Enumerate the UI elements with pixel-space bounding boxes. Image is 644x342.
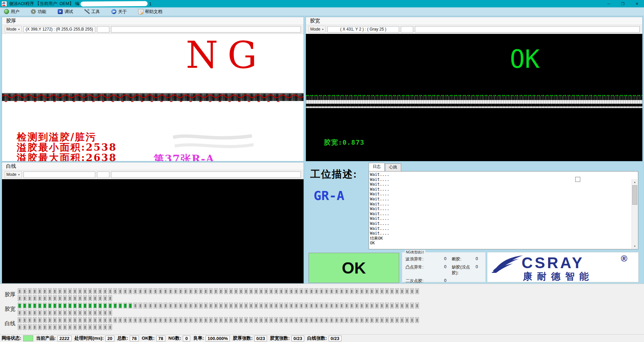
frame-cell-empty bbox=[154, 288, 157, 294]
frame-cell-empty bbox=[43, 310, 47, 315]
frame-cell-empty bbox=[340, 288, 343, 294]
white-line-info-field[interactable] bbox=[111, 172, 301, 178]
titlebar: 侧涂AOI程序 【当前用户: OEM】 编 1 ─ ❐ ✕ bbox=[0, 0, 644, 7]
maximize-button[interactable]: ❐ bbox=[616, 0, 630, 7]
frame-cell-empty bbox=[139, 317, 142, 323]
white-line-coords-field[interactable] bbox=[23, 172, 95, 178]
menu-item-debug[interactable]: 调试 bbox=[56, 8, 74, 15]
panel-glue-width-title: 胶宽 bbox=[306, 17, 642, 25]
ng-stat-label: 凸点异常: bbox=[406, 264, 423, 276]
glue-width-small-field[interactable] bbox=[401, 26, 413, 33]
glue-width-info-field[interactable] bbox=[415, 26, 640, 33]
log-line: Wait.... bbox=[370, 177, 631, 182]
frame-cell-empty bbox=[154, 317, 157, 323]
frame-cell-empty bbox=[330, 317, 333, 323]
ng-stat-item: 缺胶(没点胶):0 bbox=[452, 264, 483, 276]
glue-width-coords-field[interactable]: ( X 431, Y 2 ) : ( Gray 25 ) bbox=[327, 26, 399, 33]
glue-thickness-small-field[interactable] bbox=[97, 26, 109, 33]
frame-cell-empty bbox=[410, 303, 414, 308]
status-value: 0/23 bbox=[329, 336, 341, 341]
glue-gap-band bbox=[306, 104, 642, 106]
frame-cell-empty bbox=[88, 295, 92, 301]
frame-cell-empty bbox=[365, 317, 369, 323]
glue-width-measure-text: 胶宽:0.873 bbox=[324, 138, 364, 147]
glue-thickness-coords-field[interactable]: (X 398,Y 1272) : (R 255,G 255,B 255) bbox=[23, 26, 95, 33]
glue-thickness-info-field[interactable] bbox=[111, 26, 301, 33]
panel-glue-width: 胶宽 Mode ▼ ( X 431, Y 2 ) : ( Gray 25 ) O… bbox=[306, 17, 643, 161]
frame-cell-empty bbox=[284, 288, 288, 294]
scroll-up-arrow[interactable]: ▲ bbox=[632, 179, 638, 185]
log-tab-active[interactable]: 日志 bbox=[369, 163, 385, 171]
glue-thickness-mode-dropdown[interactable]: Mode ▼ bbox=[5, 26, 22, 33]
log-line: Wait.... bbox=[370, 211, 631, 216]
menu-item-help[interactable]: 帮助文档 bbox=[137, 8, 164, 15]
white-line-small-field[interactable] bbox=[97, 172, 109, 178]
frame-cell-empty bbox=[78, 295, 82, 301]
result-ok-button[interactable]: OK bbox=[309, 253, 399, 283]
scroll-thumb[interactable] bbox=[632, 185, 637, 205]
status-item-total: 总数:78 bbox=[117, 335, 139, 341]
frame-cell-empty bbox=[174, 317, 177, 323]
frame-cell-empty bbox=[149, 288, 152, 294]
log-lines: Wait....Wait....Wait....Wait....Wait....… bbox=[370, 172, 631, 248]
menu-item-func[interactable]: 功能 bbox=[30, 8, 48, 15]
frame-indicator-area: 胶厚胶宽白线 bbox=[0, 284, 644, 334]
log-checkbox[interactable] bbox=[575, 177, 580, 182]
frame-cell-ok bbox=[118, 303, 122, 308]
scroll-down-arrow[interactable]: ▼ bbox=[632, 243, 638, 249]
log-line: Wait.... bbox=[370, 202, 631, 207]
frame-cell-empty bbox=[18, 317, 21, 323]
frame-cell-empty bbox=[98, 295, 102, 301]
frame-cell-empty bbox=[375, 303, 379, 308]
frame-cell-empty bbox=[244, 288, 248, 294]
status-item-product: 当前产品:2222 bbox=[36, 335, 72, 341]
white-line-image[interactable] bbox=[2, 179, 304, 283]
chevron-down-icon: ▼ bbox=[322, 28, 324, 31]
indicator-row bbox=[18, 303, 419, 308]
log-tab-inactive[interactable]: 心跳 bbox=[385, 163, 401, 171]
frame-cell-empty bbox=[88, 317, 92, 323]
tools-icon bbox=[85, 9, 90, 14]
frame-cell-empty bbox=[199, 317, 203, 323]
frame-cell-empty bbox=[229, 317, 233, 323]
redaction-scribble bbox=[171, 131, 255, 153]
frame-cell-empty bbox=[400, 317, 404, 323]
glue-thickness-image[interactable]: NG 检测到溢胶/脏污 溢胶最小面积:2538 溢胶最大面积:2638 第37张… bbox=[2, 34, 304, 161]
svg-text:®: ® bbox=[621, 253, 627, 263]
white-line-mode-dropdown[interactable]: Mode ▼ bbox=[5, 171, 22, 178]
frame-cell-empty bbox=[128, 288, 132, 294]
frame-cell-empty bbox=[405, 303, 409, 308]
minimize-button[interactable]: ─ bbox=[602, 0, 616, 7]
frame-cell-empty bbox=[184, 288, 187, 294]
frame-cell-empty bbox=[380, 288, 384, 294]
ng-stat-value: 0 bbox=[476, 256, 478, 262]
frame-cell-empty bbox=[224, 317, 228, 323]
log-scrollbar[interactable]: ▲ ▼ bbox=[632, 179, 638, 249]
menu-item-label: 功能 bbox=[38, 9, 46, 15]
frame-cell-empty bbox=[23, 310, 26, 315]
glue-width-mode-dropdown[interactable]: Mode ▼ bbox=[309, 26, 326, 33]
indicator-group-glue-width: 胶宽 bbox=[0, 303, 644, 315]
frame-cell-empty bbox=[224, 288, 228, 294]
frame-cell-ok bbox=[48, 303, 52, 308]
menu-item-tools[interactable]: 工具 bbox=[83, 8, 101, 15]
frame-cell-empty bbox=[390, 288, 394, 294]
frame-cell-empty bbox=[294, 288, 298, 294]
frame-cell-empty bbox=[73, 295, 77, 301]
menu-item-about[interactable]: 关于 bbox=[110, 8, 128, 15]
glue-width-image[interactable]: OK 胶宽:0.873 bbox=[306, 34, 642, 161]
frame-cell-empty bbox=[254, 317, 258, 323]
close-button[interactable]: ✕ bbox=[630, 0, 644, 7]
log-content[interactable]: Wait....Wait....Wait....Wait....Wait....… bbox=[369, 171, 638, 249]
frame-cell-empty bbox=[144, 317, 147, 323]
frame-cell-empty bbox=[375, 317, 379, 323]
frame-cell-ok bbox=[63, 303, 67, 308]
frame-cell-empty bbox=[199, 288, 203, 294]
log-line: Wait.... bbox=[370, 192, 631, 197]
frame-cell-empty bbox=[38, 317, 42, 323]
status-value: 78 bbox=[130, 336, 139, 341]
frame-cell-ok bbox=[58, 303, 62, 308]
frame-cell-empty bbox=[154, 303, 157, 308]
menu-item-user[interactable]: 用户 bbox=[3, 8, 21, 15]
svg-text:康耐德智能: 康耐德智能 bbox=[523, 271, 593, 281]
